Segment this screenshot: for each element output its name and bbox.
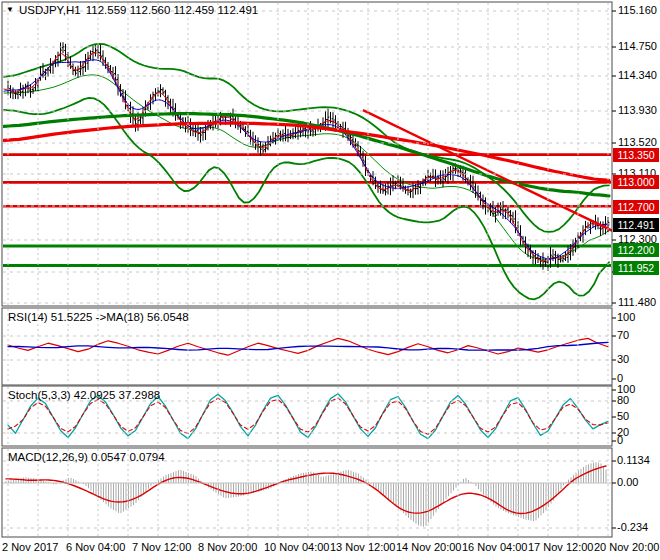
trading-chart-window: ▼ USDJPY,H1 112.559 112.560 112.459 112.… xyxy=(0,0,660,560)
chart-canvas[interactable] xyxy=(0,0,660,560)
